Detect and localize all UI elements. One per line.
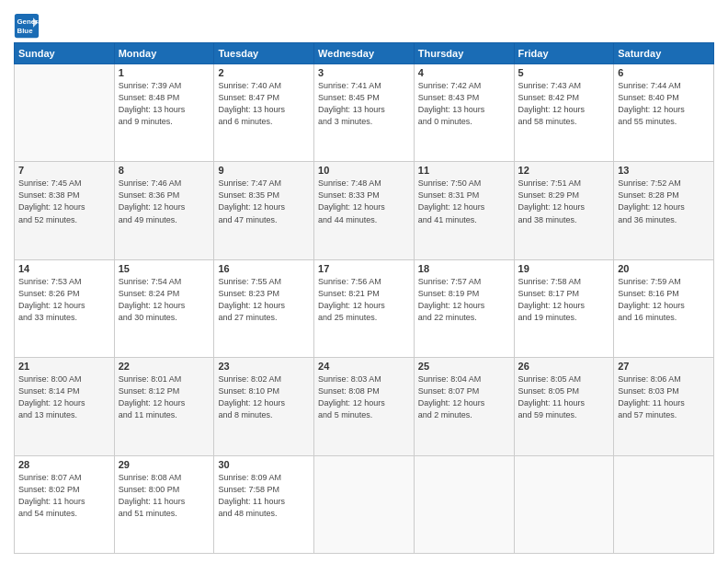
day-number: 14 bbox=[18, 263, 110, 274]
day-info: Sunrise: 7:51 AM Sunset: 8:29 PM Dayligh… bbox=[518, 178, 610, 225]
day-number: 11 bbox=[418, 165, 510, 176]
logo-icon: General Blue bbox=[14, 13, 40, 39]
svg-text:Blue: Blue bbox=[17, 27, 34, 35]
calendar-cell: 11Sunrise: 7:50 AM Sunset: 8:31 PM Dayli… bbox=[414, 162, 514, 259]
day-info: Sunrise: 7:57 AM Sunset: 8:19 PM Dayligh… bbox=[418, 276, 510, 324]
day-info: Sunrise: 8:02 AM Sunset: 8:10 PM Dayligh… bbox=[218, 373, 310, 421]
calendar-cell: 5Sunrise: 7:43 AM Sunset: 8:42 PM Daylig… bbox=[514, 64, 614, 162]
calendar-cell: 2Sunrise: 7:40 AM Sunset: 8:47 PM Daylig… bbox=[214, 64, 314, 162]
calendar-cell: 16Sunrise: 7:55 AM Sunset: 8:23 PM Dayli… bbox=[214, 259, 314, 357]
weekday-header-tuesday: Tuesday bbox=[214, 43, 314, 64]
day-number: 13 bbox=[618, 165, 710, 176]
calendar-cell bbox=[15, 64, 115, 162]
weekday-header-wednesday: Wednesday bbox=[314, 43, 415, 64]
day-number: 6 bbox=[618, 67, 710, 78]
day-info: Sunrise: 7:52 AM Sunset: 8:28 PM Dayligh… bbox=[618, 178, 710, 225]
day-number: 30 bbox=[218, 459, 310, 470]
weekday-header-row: SundayMondayTuesdayWednesdayThursdayFrid… bbox=[15, 43, 714, 64]
calendar-cell bbox=[314, 455, 415, 553]
day-info: Sunrise: 8:06 AM Sunset: 8:03 PM Dayligh… bbox=[618, 373, 710, 421]
week-row-5: 28Sunrise: 8:07 AM Sunset: 8:02 PM Dayli… bbox=[15, 455, 714, 553]
calendar-cell: 9Sunrise: 7:47 AM Sunset: 8:35 PM Daylig… bbox=[214, 162, 314, 259]
day-number: 5 bbox=[518, 67, 610, 78]
day-number: 21 bbox=[18, 361, 110, 372]
day-number: 15 bbox=[119, 263, 210, 274]
calendar-cell: 17Sunrise: 7:56 AM Sunset: 8:21 PM Dayli… bbox=[314, 259, 415, 357]
calendar-cell: 24Sunrise: 8:03 AM Sunset: 8:08 PM Dayli… bbox=[314, 358, 415, 455]
day-number: 17 bbox=[318, 263, 410, 274]
day-number: 2 bbox=[218, 67, 310, 78]
day-number: 9 bbox=[218, 165, 310, 176]
calendar-cell: 25Sunrise: 8:04 AM Sunset: 8:07 PM Dayli… bbox=[414, 358, 514, 455]
day-number: 26 bbox=[518, 361, 610, 372]
header: General Blue bbox=[14, 9, 714, 39]
day-number: 23 bbox=[218, 361, 310, 372]
day-info: Sunrise: 8:08 AM Sunset: 8:00 PM Dayligh… bbox=[119, 472, 210, 520]
day-info: Sunrise: 7:44 AM Sunset: 8:40 PM Dayligh… bbox=[618, 80, 710, 128]
day-number: 19 bbox=[518, 263, 610, 274]
weekday-header-friday: Friday bbox=[514, 43, 614, 64]
calendar-cell: 22Sunrise: 8:01 AM Sunset: 8:12 PM Dayli… bbox=[114, 358, 214, 455]
calendar-cell: 29Sunrise: 8:08 AM Sunset: 8:00 PM Dayli… bbox=[114, 455, 214, 553]
day-info: Sunrise: 7:40 AM Sunset: 8:47 PM Dayligh… bbox=[218, 80, 310, 128]
day-info: Sunrise: 7:53 AM Sunset: 8:26 PM Dayligh… bbox=[18, 276, 110, 324]
weekday-header-saturday: Saturday bbox=[614, 43, 714, 64]
calendar-cell: 4Sunrise: 7:42 AM Sunset: 8:43 PM Daylig… bbox=[414, 64, 514, 162]
day-number: 29 bbox=[119, 459, 210, 470]
calendar-cell bbox=[614, 455, 714, 553]
week-row-1: 1Sunrise: 7:39 AM Sunset: 8:48 PM Daylig… bbox=[15, 64, 714, 162]
day-number: 7 bbox=[18, 165, 110, 176]
day-number: 10 bbox=[318, 165, 410, 176]
calendar-cell: 26Sunrise: 8:05 AM Sunset: 8:05 PM Dayli… bbox=[514, 358, 614, 455]
page: General Blue SundayMondayTuesdayWednesda… bbox=[0, 0, 728, 563]
calendar-cell: 8Sunrise: 7:46 AM Sunset: 8:36 PM Daylig… bbox=[114, 162, 214, 259]
calendar-cell: 30Sunrise: 8:09 AM Sunset: 7:58 PM Dayli… bbox=[214, 455, 314, 553]
day-info: Sunrise: 7:50 AM Sunset: 8:31 PM Dayligh… bbox=[418, 178, 510, 225]
calendar-cell: 13Sunrise: 7:52 AM Sunset: 8:28 PM Dayli… bbox=[614, 162, 714, 259]
calendar-cell: 28Sunrise: 8:07 AM Sunset: 8:02 PM Dayli… bbox=[15, 455, 115, 553]
calendar-cell: 19Sunrise: 7:58 AM Sunset: 8:17 PM Dayli… bbox=[514, 259, 614, 357]
weekday-header-monday: Monday bbox=[114, 43, 214, 64]
day-info: Sunrise: 7:47 AM Sunset: 8:35 PM Dayligh… bbox=[218, 178, 310, 225]
day-info: Sunrise: 7:39 AM Sunset: 8:48 PM Dayligh… bbox=[119, 80, 210, 128]
calendar-cell: 27Sunrise: 8:06 AM Sunset: 8:03 PM Dayli… bbox=[614, 358, 714, 455]
calendar-cell: 1Sunrise: 7:39 AM Sunset: 8:48 PM Daylig… bbox=[114, 64, 214, 162]
day-number: 12 bbox=[518, 165, 610, 176]
calendar-cell: 18Sunrise: 7:57 AM Sunset: 8:19 PM Dayli… bbox=[414, 259, 514, 357]
day-number: 28 bbox=[18, 459, 110, 470]
day-info: Sunrise: 7:46 AM Sunset: 8:36 PM Dayligh… bbox=[119, 178, 210, 225]
calendar-cell: 20Sunrise: 7:59 AM Sunset: 8:16 PM Dayli… bbox=[614, 259, 714, 357]
day-info: Sunrise: 8:01 AM Sunset: 8:12 PM Dayligh… bbox=[119, 373, 210, 421]
day-info: Sunrise: 7:58 AM Sunset: 8:17 PM Dayligh… bbox=[518, 276, 610, 324]
day-info: Sunrise: 8:09 AM Sunset: 7:58 PM Dayligh… bbox=[218, 472, 310, 520]
day-info: Sunrise: 8:03 AM Sunset: 8:08 PM Dayligh… bbox=[318, 373, 410, 421]
calendar-cell: 7Sunrise: 7:45 AM Sunset: 8:38 PM Daylig… bbox=[15, 162, 115, 259]
day-number: 3 bbox=[318, 67, 410, 78]
day-number: 1 bbox=[119, 67, 210, 78]
calendar-cell: 14Sunrise: 7:53 AM Sunset: 8:26 PM Dayli… bbox=[15, 259, 115, 357]
day-info: Sunrise: 7:56 AM Sunset: 8:21 PM Dayligh… bbox=[318, 276, 410, 324]
day-info: Sunrise: 7:41 AM Sunset: 8:45 PM Dayligh… bbox=[318, 80, 410, 128]
calendar-cell: 6Sunrise: 7:44 AM Sunset: 8:40 PM Daylig… bbox=[614, 64, 714, 162]
day-info: Sunrise: 8:00 AM Sunset: 8:14 PM Dayligh… bbox=[18, 373, 110, 421]
week-row-4: 21Sunrise: 8:00 AM Sunset: 8:14 PM Dayli… bbox=[15, 358, 714, 455]
day-info: Sunrise: 8:04 AM Sunset: 8:07 PM Dayligh… bbox=[418, 373, 510, 421]
calendar-cell: 15Sunrise: 7:54 AM Sunset: 8:24 PM Dayli… bbox=[114, 259, 214, 357]
day-number: 16 bbox=[218, 263, 310, 274]
calendar-cell: 21Sunrise: 8:00 AM Sunset: 8:14 PM Dayli… bbox=[15, 358, 115, 455]
day-number: 25 bbox=[418, 361, 510, 372]
week-row-2: 7Sunrise: 7:45 AM Sunset: 8:38 PM Daylig… bbox=[15, 162, 714, 259]
day-info: Sunrise: 7:42 AM Sunset: 8:43 PM Dayligh… bbox=[418, 80, 510, 128]
calendar-cell: 23Sunrise: 8:02 AM Sunset: 8:10 PM Dayli… bbox=[214, 358, 314, 455]
calendar-cell bbox=[414, 455, 514, 553]
weekday-header-sunday: Sunday bbox=[15, 43, 115, 64]
calendar-cell: 3Sunrise: 7:41 AM Sunset: 8:45 PM Daylig… bbox=[314, 64, 415, 162]
day-number: 22 bbox=[119, 361, 210, 372]
week-row-3: 14Sunrise: 7:53 AM Sunset: 8:26 PM Dayli… bbox=[15, 259, 714, 357]
day-info: Sunrise: 7:48 AM Sunset: 8:33 PM Dayligh… bbox=[318, 178, 410, 225]
day-info: Sunrise: 8:07 AM Sunset: 8:02 PM Dayligh… bbox=[18, 472, 110, 520]
weekday-header-thursday: Thursday bbox=[414, 43, 514, 64]
day-number: 8 bbox=[119, 165, 210, 176]
day-info: Sunrise: 7:45 AM Sunset: 8:38 PM Dayligh… bbox=[18, 178, 110, 225]
day-info: Sunrise: 7:43 AM Sunset: 8:42 PM Dayligh… bbox=[518, 80, 610, 128]
